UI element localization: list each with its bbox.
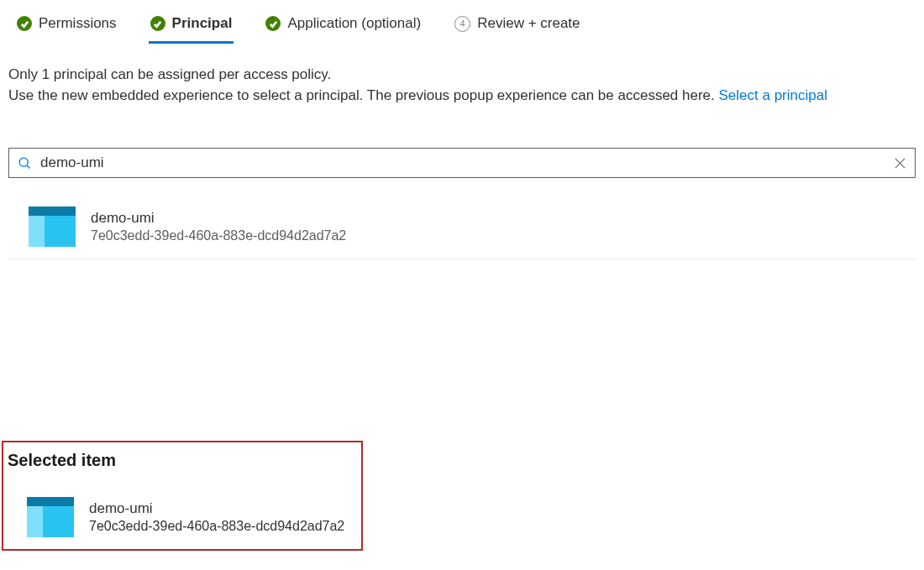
tab-label: Permissions (39, 15, 117, 32)
selected-item-text: demo-umi 7e0c3edd-39ed-460a-883e-dcd94d2… (89, 500, 344, 534)
result-name: demo-umi (91, 210, 346, 227)
tab-label: Review + create (477, 15, 580, 32)
search-icon (18, 156, 32, 170)
tab-application[interactable]: Application (optional) (265, 15, 421, 44)
result-item[interactable]: demo-umi 7e0c3edd-39ed-460a-883e-dcd94d2… (8, 195, 916, 259)
tabs-bar: Permissions Principal Application (optio… (0, 0, 924, 44)
principal-icon (27, 497, 74, 537)
tab-principal[interactable]: Principal (150, 15, 233, 44)
info-line-2: Use the new embedded experience to selec… (8, 86, 916, 107)
select-principal-link[interactable]: Select a principal (719, 87, 827, 103)
tab-review-create[interactable]: 4 Review + create (454, 15, 580, 44)
result-id: 7e0c3edd-39ed-460a-883e-dcd94d2ad7a2 (91, 228, 346, 243)
principal-icon (29, 207, 76, 247)
result-text: demo-umi 7e0c3edd-39ed-460a-883e-dcd94d2… (91, 210, 346, 243)
search-results: demo-umi 7e0c3edd-39ed-460a-883e-dcd94d2… (8, 195, 916, 259)
tab-permissions[interactable]: Permissions (17, 15, 117, 44)
selected-item-heading: Selected item (3, 451, 361, 470)
selected-item-name: demo-umi (89, 500, 344, 517)
selected-item-section: Selected item demo-umi 7e0c3edd-39ed-460… (2, 441, 363, 551)
step-number-icon: 4 (454, 16, 470, 32)
tab-label: Principal (172, 15, 233, 32)
checkmark-icon (150, 16, 165, 31)
svg-line-1 (27, 165, 29, 168)
clear-icon[interactable] (894, 157, 906, 170)
info-line-1: Only 1 principal can be assigned per acc… (8, 65, 916, 86)
content-area: Only 1 principal can be assigned per acc… (0, 44, 924, 259)
info-line-2-text: Use the new embedded experience to selec… (8, 87, 719, 103)
svg-point-0 (19, 158, 28, 166)
info-text: Only 1 principal can be assigned per acc… (8, 65, 916, 106)
selected-item-id: 7e0c3edd-39ed-460a-883e-dcd94d2ad7a2 (89, 519, 344, 534)
checkmark-icon (265, 16, 281, 31)
search-input[interactable] (40, 154, 894, 171)
checkmark-icon (17, 16, 32, 31)
search-box[interactable] (8, 148, 916, 178)
tab-label: Application (optional) (287, 15, 421, 32)
selected-item[interactable]: demo-umi 7e0c3edd-39ed-460a-883e-dcd94d2… (3, 485, 361, 541)
